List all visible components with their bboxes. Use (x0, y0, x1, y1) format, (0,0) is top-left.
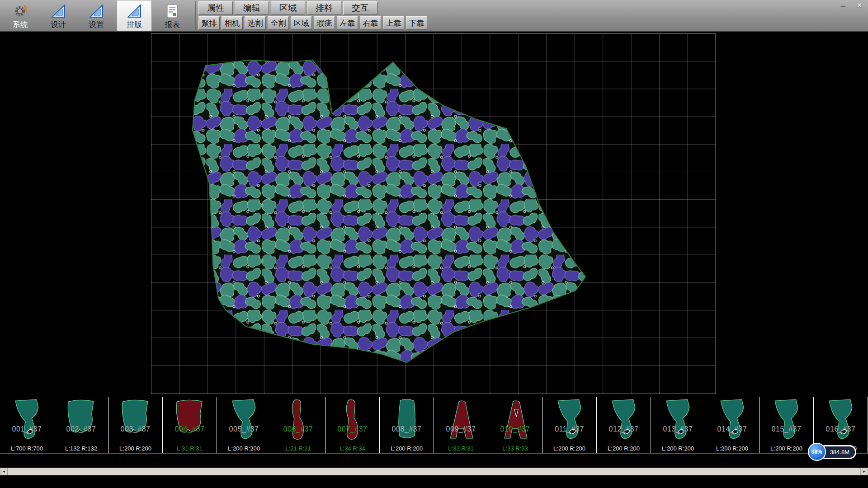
piece-name: 012_#37 (597, 425, 651, 433)
piece-thumbnail-009_#37[interactable]: 009_#37L:32 R:31 (434, 397, 488, 453)
piece-name: 001_#37 (0, 425, 54, 433)
piece-shape (279, 398, 317, 442)
close-button[interactable]: ✕ (854, 1, 865, 10)
app-button-design[interactable]: 设计 (41, 0, 76, 31)
app-button-layout[interactable]: 排版 (117, 0, 152, 31)
scroll-right-arrow-icon[interactable]: ► (860, 468, 868, 475)
piece-lr-count: L:200 R:200 (542, 445, 596, 452)
piece-name: 003_#37 (108, 425, 162, 433)
piece-shape (388, 398, 426, 442)
piece-lr-count: L:200 R:200 (651, 445, 705, 452)
piece-shape (768, 398, 806, 442)
tool-button-6[interactable]: 瑕疵 (314, 16, 335, 30)
piece-shape (442, 398, 480, 442)
piece-thumbnail-005_#37[interactable]: 005_#37L:200 R:200 (217, 397, 271, 453)
tool-button-9[interactable]: 上靠 (383, 16, 404, 30)
ribbon: 系统设计设置排版报表 属性编辑区域排料交互 聚排相机选割全割区域瑕疵左靠右靠上靠… (0, 0, 868, 32)
piece-thumbnail-007_#37[interactable]: 007_#37L:34 R:34 (326, 397, 380, 453)
app-button-system[interactable]: 系统 (3, 0, 38, 31)
menu-tab-row: 属性编辑区域排料交互 (198, 1, 427, 16)
nesting-viewport[interactable] (151, 33, 716, 394)
app-button-label: 排版 (127, 21, 142, 28)
piece-thumbnail-003_#37[interactable]: 003_#37L:200 R:200 (108, 397, 163, 453)
piece-thumbnail-004_#37[interactable]: 004_#37L:31 R:31 (163, 397, 217, 453)
app-button-report[interactable]: 报表 (155, 0, 190, 31)
piece-thumbnail-012_#37[interactable]: 012_#37L:200 R:200 (597, 397, 651, 453)
piece-name: 013_#37 (651, 425, 705, 433)
menu-tab-1[interactable]: 属性 (198, 1, 233, 15)
piece-lr-count: L:132 R:132 (54, 445, 108, 452)
piece-thumbnail-014_#37[interactable]: 014_#37L:200 R:200 (705, 397, 760, 453)
piece-name: 009_#37 (434, 425, 488, 433)
app-buttons: 系统设计设置排版报表 (0, 0, 193, 31)
minimize-button[interactable]: ─ (837, 1, 849, 10)
piece-lr-count: L:200 R:200 (597, 445, 651, 452)
scrollbar-thumb[interactable] (8, 468, 860, 475)
menu-tab-5[interactable]: 交互 (343, 1, 377, 15)
ruler-icon (126, 3, 143, 19)
toolbar-separator (195, 1, 196, 30)
piece-name: 010_#37 (488, 425, 542, 433)
piece-shape (117, 398, 155, 442)
app-button-settings[interactable]: 设置 (79, 0, 114, 31)
scroll-left-arrow-icon[interactable]: ◄ (0, 468, 8, 475)
piece-name: 014_#37 (705, 425, 759, 433)
piece-shape (62, 398, 100, 442)
piece-shape (496, 398, 534, 442)
application-window: 系统设计设置排版报表 属性编辑区域排料交互 聚排相机选割全割区域瑕疵左靠右靠上靠… (0, 0, 868, 488)
nesting-canvas[interactable] (0, 32, 868, 397)
tool-button-10[interactable]: 下靠 (406, 16, 427, 30)
report-icon (164, 3, 181, 19)
piece-name: 006_#37 (271, 425, 325, 433)
app-button-label: 设计 (51, 21, 66, 28)
piece-shape (605, 398, 643, 442)
menu-tab-4[interactable]: 排料 (307, 1, 341, 15)
piece-lr-count: L:200 R:200 (705, 445, 759, 452)
piece-name: 011_#37 (542, 425, 596, 433)
piece-name: 005_#37 (217, 425, 271, 433)
piece-shape (334, 398, 372, 442)
piece-lr-count: L:21 R:21 (271, 445, 325, 452)
piece-thumbnail-008_#37[interactable]: 008_#37L:200 R:200 (380, 397, 434, 453)
memory-badge: 38% 384.8M (808, 443, 856, 461)
tool-button-8[interactable]: 右靠 (360, 16, 381, 30)
piece-thumbnail-002_#37[interactable]: 002_#37L:132 R:132 (54, 397, 108, 453)
gear-icon (12, 3, 29, 19)
window-controls: ─ ✕ (837, 1, 865, 10)
piece-shape (171, 398, 209, 442)
piece-name: 016_#37 (814, 425, 868, 433)
tool-button-2[interactable]: 相机 (222, 16, 243, 30)
piece-lr-count: L:200 R:200 (380, 445, 434, 452)
scrollbar-track[interactable] (8, 468, 860, 475)
horizontal-scrollbar[interactable]: ◄ ► (0, 468, 868, 475)
piece-thumbnail-011_#37[interactable]: 011_#37L:200 R:200 (542, 397, 597, 453)
piece-name: 015_#37 (760, 425, 813, 433)
piece-shape (713, 398, 751, 442)
piece-thumbnail-015_#37[interactable]: 015_#37L:200 R:200 (760, 397, 814, 453)
piece-thumbnail-013_#37[interactable]: 013_#37L:200 R:200 (651, 397, 705, 453)
menu-tab-2[interactable]: 编辑 (235, 1, 269, 15)
piece-thumbnail-001_#37[interactable]: 001_#37L:700 R:700 (0, 397, 54, 453)
piece-thumbnail-006_#37[interactable]: 006_#37L:21 R:21 (271, 397, 326, 453)
app-button-label: 设置 (89, 21, 104, 28)
tool-button-5[interactable]: 区域 (291, 16, 312, 30)
progress-circle: 38% (808, 443, 826, 461)
piece-shape (551, 398, 589, 442)
piece-shape (659, 398, 697, 442)
tool-button-7[interactable]: 左靠 (337, 16, 358, 30)
tool-button-4[interactable]: 全割 (268, 16, 289, 30)
piece-lr-count: L:34 R:34 (326, 445, 379, 452)
tool-button-3[interactable]: 选割 (245, 16, 266, 30)
tool-button-1[interactable]: 聚排 (198, 16, 220, 30)
tool-button-row: 聚排相机选割全割区域瑕疵左靠右靠上靠下靠 (198, 16, 427, 30)
ruler-icon (88, 3, 105, 19)
app-button-label: 报表 (165, 21, 180, 28)
piece-name: 008_#37 (380, 425, 434, 433)
piece-name: 007_#37 (326, 425, 379, 433)
piece-lr-count: L:200 R:200 (217, 445, 271, 452)
piece-name: 002_#37 (54, 425, 108, 433)
piece-shape (8, 398, 46, 442)
piece-thumbnail-010_#37[interactable]: 010_#37L:33 R:33 (488, 397, 542, 453)
piece-lr-count: L:31 R:31 (163, 445, 217, 452)
menu-tab-3[interactable]: 区域 (271, 1, 305, 15)
